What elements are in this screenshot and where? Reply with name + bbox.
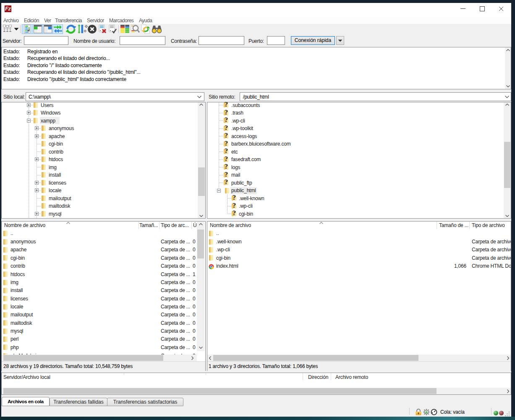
svg-text:A: A bbox=[425, 410, 428, 414]
